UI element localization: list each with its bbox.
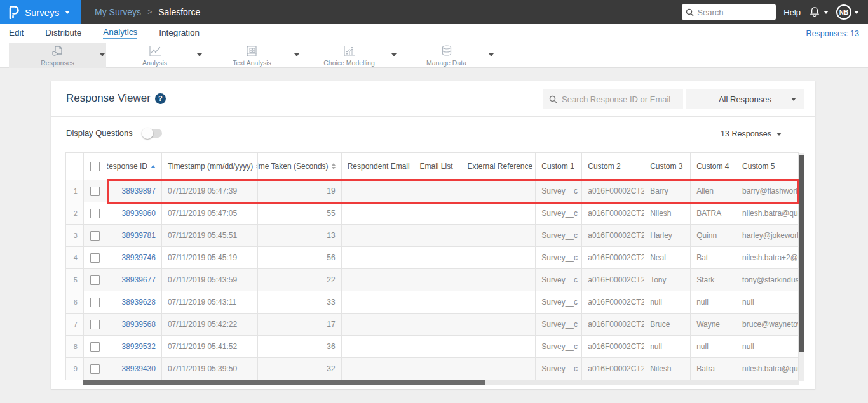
toolbar-analysis-caret-icon[interactable]	[197, 53, 202, 56]
row-checkbox[interactable]	[90, 275, 100, 285]
toolbar-choice-modelling-caret-icon[interactable]	[391, 53, 397, 56]
cell-respondent_email	[342, 202, 414, 224]
cell-custom3: Harley	[644, 225, 691, 246]
help-question-icon[interactable]: ?	[155, 93, 166, 104]
row-checkbox[interactable]	[90, 298, 100, 307]
responses-count-link[interactable]: Responses: 13	[806, 29, 859, 38]
account-menu-button[interactable]: NB	[836, 4, 859, 20]
column-header-num	[66, 153, 84, 180]
response-filter-dropdown[interactable]: All Responses	[686, 89, 804, 109]
cell-custom5: nilesh.batra@ques	[736, 202, 799, 224]
horizontal-scrollbar-thumb[interactable]	[83, 380, 485, 385]
cell-custom2: a016F00002CT2Lc	[582, 358, 644, 380]
response-search-input[interactable]	[562, 95, 673, 104]
column-header-label: Custom 5	[742, 162, 775, 171]
row-checkbox[interactable]	[90, 364, 100, 374]
response-id-link[interactable]: 38939746	[107, 247, 162, 268]
response-id-link[interactable]: 38939677	[107, 269, 162, 291]
tab-analytics[interactable]: Analytics	[103, 27, 137, 39]
surveys-menu-caret-icon	[65, 11, 70, 14]
table-vertical-scrollbar[interactable]	[799, 153, 804, 381]
toolbar-analysis-button[interactable]: Analysis	[106, 43, 203, 68]
cell-external_reference	[461, 358, 536, 380]
responses-table: Response IDTimestamp (mm/dd/yyyy)Time Ta…	[65, 152, 799, 380]
toolbar-text-analysis-button[interactable]: Text Analysis	[203, 43, 301, 68]
tab-integration[interactable]: Integration	[159, 28, 200, 39]
row-number: 9	[66, 358, 84, 380]
row-checkbox[interactable]	[90, 253, 100, 263]
responses-count-dropdown-label: 13 Responses	[721, 129, 771, 138]
breadcrumb: My Surveys > Salesforce	[95, 7, 200, 17]
response-id-link[interactable]: 38939430	[107, 358, 162, 380]
toolbar-responses-button[interactable]: Responses	[9, 43, 106, 68]
cell-custom5: null	[736, 336, 799, 357]
row-checkbox[interactable]	[90, 342, 100, 352]
column-header-custom3: Custom 3	[644, 153, 691, 180]
response-id-link[interactable]: 38939568	[107, 314, 162, 335]
responses-count-dropdown[interactable]: 13 Responses	[721, 129, 782, 138]
row-checkbox[interactable]	[90, 209, 100, 218]
vertical-scrollbar-thumb[interactable]	[799, 155, 804, 352]
response-id-link[interactable]: 38939628	[107, 291, 162, 313]
cell-custom4: Bat	[691, 247, 736, 268]
select-all-checkbox[interactable]	[90, 162, 100, 171]
cell-external_reference	[461, 202, 536, 224]
column-header-time_taken[interactable]: Time Taken (Seconds)	[258, 153, 342, 180]
text-analysis-book-icon	[245, 45, 259, 58]
cell-time_taken: 19	[258, 180, 342, 202]
display-questions-toggle[interactable]	[142, 129, 162, 138]
row-checkbox[interactable]	[90, 320, 100, 329]
row-checkbox-cell	[84, 336, 107, 357]
cell-custom4: Stark	[691, 269, 736, 291]
cell-custom1: Survey__c	[536, 336, 582, 357]
cell-custom3: Nilesh	[644, 358, 691, 380]
analytics-toolbar: Responses Analysis Text Analysis Choice …	[0, 43, 868, 68]
cell-custom2: a016F00002CT2Lh	[582, 247, 644, 268]
surveys-menu-button[interactable]: Surveys	[0, 0, 81, 24]
column-header-label: Custom 3	[650, 162, 682, 171]
toolbar-text-analysis-caret-icon[interactable]	[294, 53, 299, 56]
help-link[interactable]: Help	[783, 8, 801, 17]
toolbar-manage-data-caret-icon[interactable]	[489, 53, 494, 56]
column-header-timestamp[interactable]: Timestamp (mm/dd/yyyy)	[162, 153, 258, 180]
breadcrumb-my-surveys[interactable]: My Surveys	[95, 7, 141, 17]
cell-time_taken: 22	[258, 269, 342, 291]
cell-custom1: Survey__c	[536, 225, 582, 246]
cell-timestamp: 07/11/2019 05:42:22	[162, 314, 258, 335]
cell-external_reference	[461, 180, 536, 202]
column-header-response_id[interactable]: Response ID	[107, 153, 162, 180]
cell-timestamp: 07/11/2019 05:39:50	[162, 358, 258, 380]
response-id-link[interactable]: 38939532	[107, 336, 162, 357]
tab-edit[interactable]: Edit	[9, 28, 24, 39]
toolbar-choice-modelling-button[interactable]: Choice Modelling	[301, 43, 398, 68]
toolbar-manage-data-button[interactable]: Manage Data	[398, 43, 495, 68]
search-icon	[549, 95, 557, 103]
table-row: 33893978107/11/2019 05:45:5113Survey__ca…	[66, 225, 799, 247]
column-header-custom1: Custom 1	[536, 153, 582, 180]
global-search-input[interactable]	[697, 8, 767, 17]
cell-timestamp: 07/11/2019 05:47:05	[162, 202, 258, 224]
cell-respondent_email	[342, 225, 414, 246]
cell-external_reference	[461, 225, 536, 246]
cell-custom1: Survey__c	[536, 269, 582, 291]
sort-ascending-icon[interactable]	[151, 165, 156, 168]
column-header-custom4: Custom 4	[691, 153, 736, 180]
global-search-box[interactable]	[682, 4, 776, 20]
table-horizontal-scrollbar[interactable]	[83, 380, 799, 385]
sort-icon[interactable]	[332, 163, 336, 169]
response-search-box[interactable]	[543, 89, 683, 109]
cell-email_list	[414, 180, 462, 202]
response-id-link[interactable]: 38939781	[107, 225, 162, 246]
column-header-external_reference: External Reference	[461, 153, 536, 180]
notifications-button[interactable]	[808, 6, 829, 18]
toolbar-responses-caret-icon[interactable]	[100, 53, 105, 56]
cell-custom1: Survey__c	[536, 202, 582, 224]
row-checkbox[interactable]	[90, 231, 100, 241]
tab-distribute[interactable]: Distribute	[45, 28, 81, 39]
row-checkbox[interactable]	[90, 187, 100, 196]
table-header-row: Response IDTimestamp (mm/dd/yyyy)Time Ta…	[66, 153, 799, 180]
table-row: 23893986007/11/2019 05:47:0555Survey__ca…	[66, 202, 799, 225]
column-header-custom5: Custom 5	[736, 153, 799, 180]
response-id-link[interactable]: 38939860	[107, 202, 162, 224]
response-id-link[interactable]: 38939897	[107, 180, 162, 202]
